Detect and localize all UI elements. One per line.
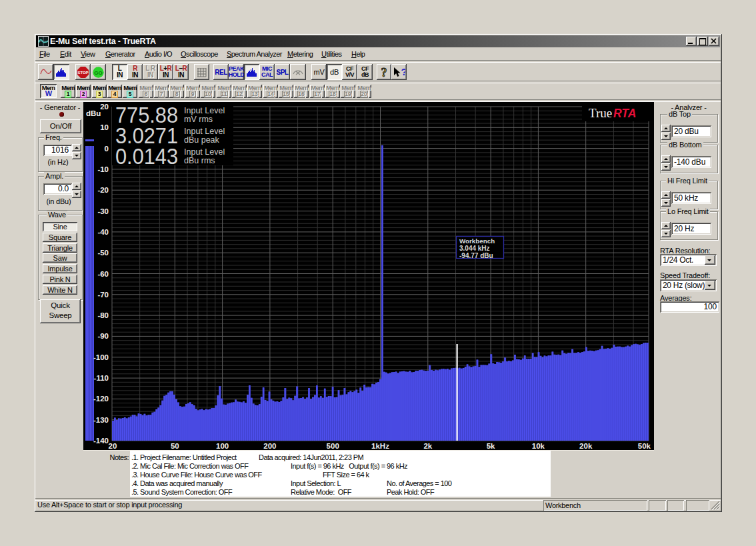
svg-text:RTA: RTA bbox=[613, 107, 636, 120]
svg-text:-50: -50 bbox=[97, 249, 109, 257]
svg-text:-110: -110 bbox=[94, 374, 109, 382]
svg-text:-40: -40 bbox=[97, 228, 109, 236]
svg-text:Input Level: Input Level bbox=[184, 106, 225, 115]
svg-text:-80: -80 bbox=[97, 311, 109, 319]
svg-text:-20: -20 bbox=[97, 186, 109, 194]
svg-text:?: ? bbox=[381, 66, 387, 79]
svg-text:0.0143: 0.0143 bbox=[115, 144, 178, 169]
svg-text:3.044 kHz: 3.044 kHz bbox=[459, 245, 490, 252]
svg-text:50: 50 bbox=[171, 442, 179, 450]
svg-text:0: 0 bbox=[105, 145, 109, 153]
svg-text:-60: -60 bbox=[97, 270, 109, 278]
svg-text:-94.77 dBu: -94.77 dBu bbox=[459, 252, 493, 259]
svg-text:True: True bbox=[589, 106, 612, 120]
svg-text:Workbench: Workbench bbox=[459, 237, 495, 245]
svg-text:-10: -10 bbox=[97, 165, 109, 173]
svg-text:5k: 5k bbox=[487, 442, 495, 450]
svg-text:500: 500 bbox=[327, 442, 339, 450]
svg-text:50k: 50k bbox=[638, 442, 651, 450]
svg-text:Input Level: Input Level bbox=[184, 147, 225, 157]
svg-text:-30: -30 bbox=[97, 207, 109, 215]
svg-text:-90: -90 bbox=[97, 332, 109, 340]
svg-text:-120: -120 bbox=[93, 395, 109, 403]
svg-text:2k: 2k bbox=[423, 442, 432, 450]
svg-text:20k: 20k bbox=[579, 442, 593, 450]
svg-text:STOP: STOP bbox=[77, 71, 88, 75]
svg-text:mV rms: mV rms bbox=[184, 115, 213, 124]
svg-text:-140: -140 bbox=[93, 437, 109, 445]
svg-text:10: 10 bbox=[100, 123, 109, 131]
svg-text:-70: -70 bbox=[97, 291, 109, 299]
svg-text:GO: GO bbox=[94, 69, 102, 75]
svg-text:20: 20 bbox=[109, 442, 117, 450]
svg-text:dBu rms: dBu rms bbox=[184, 156, 215, 165]
svg-text:200: 200 bbox=[263, 442, 276, 450]
svg-text:-100: -100 bbox=[93, 353, 109, 361]
svg-text:1kHz: 1kHz bbox=[371, 442, 389, 450]
svg-text:dBu: dBu bbox=[86, 109, 101, 117]
svg-text:dBu peak: dBu peak bbox=[184, 135, 220, 145]
svg-text:?: ? bbox=[401, 67, 406, 77]
svg-text:20: 20 bbox=[100, 103, 109, 111]
svg-text:10k: 10k bbox=[532, 442, 545, 450]
svg-text:-130: -130 bbox=[93, 416, 109, 424]
svg-text:Input Level: Input Level bbox=[184, 127, 225, 136]
svg-text:100: 100 bbox=[216, 442, 229, 450]
